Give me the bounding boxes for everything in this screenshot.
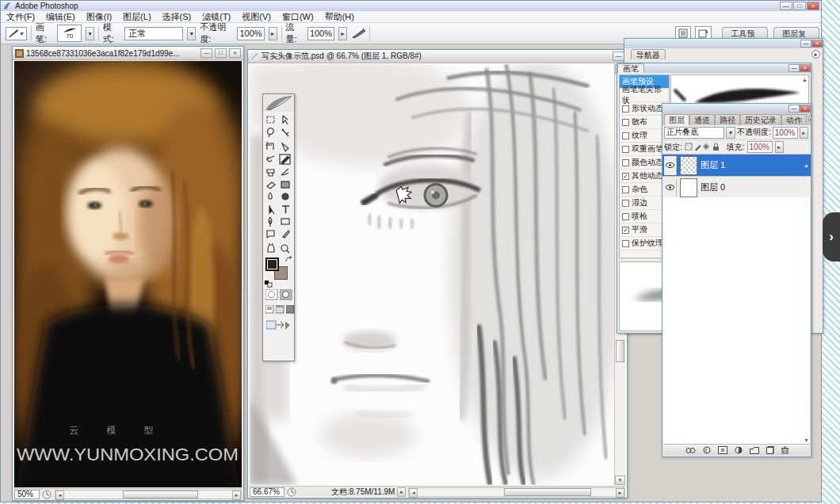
scroll-down-icon[interactable]: ▼ xyxy=(804,437,809,443)
minimize-icon[interactable]: — xyxy=(780,2,792,10)
lock-pixels-icon xyxy=(695,145,701,151)
new-group-icon[interactable] xyxy=(750,447,759,454)
tab-channels[interactable]: 通道 xyxy=(689,114,715,125)
checkbox-icon[interactable] xyxy=(622,132,629,139)
brushes-titlebar[interactable]: 画笔 — × xyxy=(617,63,811,73)
checkbox-icon[interactable] xyxy=(622,105,629,113)
layer-style-icon[interactable]: f xyxy=(703,446,711,454)
airbrush-toggle-icon[interactable] xyxy=(351,27,365,40)
layer-blend-mode-select[interactable]: 正片叠底 xyxy=(664,127,724,139)
menu-item-file[interactable]: 文件(F) xyxy=(1,11,40,23)
new-layer-icon[interactable] xyxy=(766,446,774,454)
foreground-color-swatch[interactable] xyxy=(265,258,279,271)
brush-setting-row[interactable]: 画笔笔尖形状 xyxy=(620,89,669,102)
fullscreen-menubar-icon[interactable] xyxy=(276,305,284,314)
doc-close-icon[interactable]: × xyxy=(229,48,241,58)
checkbox-checked-icon[interactable] xyxy=(622,227,629,234)
fullscreen-icon[interactable] xyxy=(286,305,295,314)
checkbox-icon[interactable] xyxy=(622,159,629,166)
scroll-up-icon[interactable]: ▲ xyxy=(802,77,808,82)
imageready-jump-icon[interactable] xyxy=(266,319,292,332)
layer-thumbnail[interactable] xyxy=(680,178,697,197)
brush-tool-preset-button[interactable]: ▼ xyxy=(6,27,27,40)
panel-close-icon[interactable]: × xyxy=(811,40,823,48)
opacity-slider-arrow-icon[interactable]: ► xyxy=(269,27,277,40)
flow-input[interactable]: 100% xyxy=(307,27,334,40)
mode-select-arrow-icon[interactable]: ▼ xyxy=(187,27,196,40)
opacity-input[interactable]: 100% xyxy=(237,27,264,40)
horizontal-scrollbar[interactable]: ◄ ► xyxy=(408,487,625,497)
fill-arrow-icon[interactable]: ► xyxy=(775,141,784,153)
delete-layer-icon[interactable] xyxy=(781,446,788,454)
layer-fill-field[interactable]: 100% xyxy=(747,141,773,153)
navigator-tab[interactable]: 导航器 xyxy=(631,49,666,59)
zoom-level-field[interactable]: 50% xyxy=(14,490,40,499)
navigator-titlebar[interactable]: — × xyxy=(624,39,823,48)
menu-item-view[interactable]: 视图(V) xyxy=(236,11,277,23)
painting-canvas[interactable] xyxy=(250,64,614,485)
panel-menu-icon[interactable]: ► xyxy=(811,50,820,59)
checkbox-icon[interactable] xyxy=(622,146,629,153)
brush-picker-arrow-icon[interactable]: ▼ xyxy=(86,27,94,40)
menu-item-layer[interactable]: 图层(L) xyxy=(117,11,156,23)
checkbox-icon[interactable] xyxy=(622,186,629,193)
tab-history[interactable]: 历史记录 xyxy=(740,114,781,125)
checkbox-icon[interactable] xyxy=(622,213,629,220)
reference-photo-canvas[interactable]: 云 模 型 WWW.YUNMOXING.COM xyxy=(14,61,242,487)
vscroll-thumb[interactable] xyxy=(616,340,624,362)
checkbox-icon[interactable] xyxy=(622,240,629,247)
link-layers-icon[interactable] xyxy=(685,447,696,454)
layers-titlebar[interactable]: — × xyxy=(662,104,811,113)
panel-close-icon[interactable]: × xyxy=(800,105,811,113)
close-icon[interactable]: × xyxy=(807,2,819,10)
panel-minimize-icon[interactable]: — xyxy=(788,105,800,113)
blend-mode-select[interactable]: 正常 xyxy=(124,27,183,40)
layer-row-selected[interactable]: 图层 1 ▲ xyxy=(662,155,811,177)
visibility-cell[interactable] xyxy=(664,156,677,175)
menu-item-help[interactable]: 帮助(H) xyxy=(319,11,360,23)
checkbox-checked-icon[interactable] xyxy=(622,173,629,180)
layer-thumbnail[interactable] xyxy=(680,156,697,175)
brushes-tab[interactable]: 画笔 xyxy=(617,63,644,73)
checkbox-icon[interactable] xyxy=(622,200,629,207)
flow-slider-arrow-icon[interactable]: ► xyxy=(338,27,347,40)
layer-mask-icon[interactable] xyxy=(718,446,727,454)
visibility-cell[interactable] xyxy=(664,178,677,197)
standard-mode-icon[interactable] xyxy=(265,289,278,300)
tab-layers[interactable]: 图层 xyxy=(664,114,689,125)
brush-preview-picker[interactable]: 70 xyxy=(57,25,82,42)
next-chevron-overlay[interactable]: › xyxy=(823,212,840,262)
checkbox-icon[interactable] xyxy=(622,119,629,126)
tab-paths[interactable]: 路径 xyxy=(715,114,740,125)
panel-minimize-icon[interactable]: — xyxy=(788,64,800,72)
tool-icons-grid[interactable] xyxy=(263,113,294,258)
lock-icons[interactable] xyxy=(685,143,720,151)
layer-opacity-field[interactable]: 100% xyxy=(773,127,798,139)
tab-actions[interactable]: 动作 xyxy=(781,114,807,125)
menu-item-select[interactable]: 选择(S) xyxy=(157,11,197,23)
zoom-level-field[interactable]: 66.67% xyxy=(250,487,284,497)
scroll-up-icon[interactable]: ▲ xyxy=(804,162,809,168)
restore-icon[interactable]: □ xyxy=(793,2,806,10)
swap-colors-icon[interactable] xyxy=(284,256,294,264)
standard-screen-icon[interactable] xyxy=(265,305,274,314)
panel-close-icon[interactable]: × xyxy=(800,64,811,72)
layer-row[interactable]: 图层 0 xyxy=(662,177,811,199)
reference-doc-titlebar[interactable]: 13568ce87331036e3aca1f82e179d1d99e... — … xyxy=(13,47,243,60)
doc-minimize-icon[interactable]: — xyxy=(613,52,624,61)
status-info-icon[interactable] xyxy=(42,490,52,499)
app-titlebar[interactable]: Adobe Photoshop — □ × xyxy=(1,1,821,11)
opacity-arrow-icon[interactable]: ► xyxy=(800,127,808,139)
doc-restore-icon[interactable]: □ xyxy=(215,48,227,58)
quickmask-mode-icon[interactable] xyxy=(280,289,292,300)
panel-menu-icon[interactable]: ► xyxy=(808,115,811,124)
blend-mode-arrow-icon[interactable]: ▼ xyxy=(726,127,735,139)
default-colors-icon[interactable] xyxy=(265,281,273,288)
painting-doc-titlebar[interactable]: 写实头像示范.psd @ 66.7% (图层 1, RGB/8#) — xyxy=(248,50,627,63)
panel-minimize-icon[interactable]: — xyxy=(800,40,811,48)
status-menu-arrow-icon[interactable]: ► xyxy=(397,487,406,497)
status-info-icon[interactable] xyxy=(287,487,297,497)
adjustment-layer-icon[interactable] xyxy=(735,446,743,454)
doc-minimize-icon[interactable]: — xyxy=(200,48,212,58)
horizontal-scrollbar[interactable]: ◄ ► xyxy=(55,490,242,499)
